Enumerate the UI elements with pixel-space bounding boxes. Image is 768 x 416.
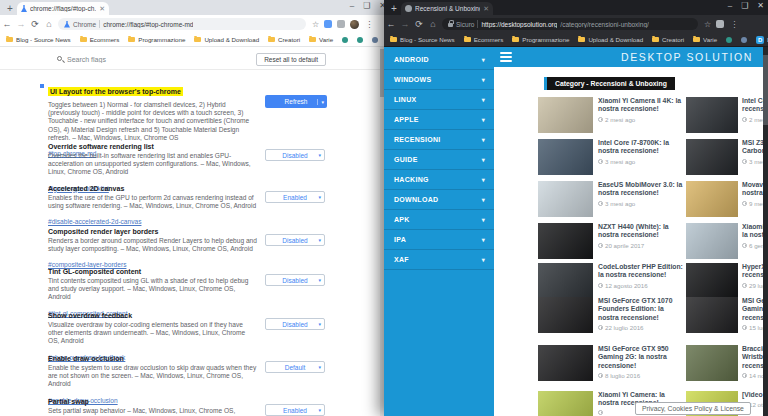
article-thumbnail[interactable] [538, 223, 593, 259]
address-bar[interactable]: Chrome chrome://flags/#top-chrome-md [58, 18, 306, 30]
tab-close-icon[interactable]: ✕ [483, 5, 489, 13]
article-list-item[interactable]: Intel Core i7-8700K: la nostra recension… [538, 139, 686, 179]
article-list-item[interactable]: EaseUS MobiMover 3.0: la nostra recensio… [538, 181, 686, 221]
sidebar-menu-item[interactable]: GUIDE ▾ [384, 150, 494, 170]
tab-close-icon[interactable]: ✕ [99, 5, 105, 13]
article-title[interactable]: EaseUS MobiMover 3.0: la nostra recensio… [598, 181, 686, 198]
address-bar[interactable]: Sicuro https://desktopsolution.org /cate… [442, 18, 698, 30]
article-thumbnail[interactable] [538, 97, 593, 133]
site-favicon[interactable] [726, 37, 732, 43]
sidebar-menu-item[interactable]: APK ▾ [384, 210, 494, 230]
menu-icon[interactable]: ⋮ [365, 20, 373, 29]
bookmark-item[interactable]: Upload & Download [194, 36, 259, 43]
bookmark-item[interactable]: Blog - Source News [390, 36, 455, 43]
sidebar-menu-item[interactable]: IPA ▾ [384, 230, 494, 250]
minimize-button[interactable]: – [728, 1, 732, 11]
bookmark-item[interactable]: Ecommers [80, 36, 120, 43]
article-title[interactable]: Intel Core i7-8700K: la nostra recension… [598, 139, 686, 156]
flag-value-select[interactable]: Enabled ▾ [265, 191, 325, 203]
bookmark-item[interactable]: Varie [693, 36, 717, 43]
sidebar-menu-item[interactable]: APPLE ▾ [384, 110, 494, 130]
flag-value-select[interactable]: Disabled ▾ [265, 274, 325, 286]
hamburger-menu-icon[interactable] [500, 52, 512, 62]
article-thumbnail[interactable] [686, 223, 738, 259]
article-title[interactable]: MSI GeForce GTX 1070 Founders Edition: l… [598, 297, 686, 322]
flag-value-select[interactable]: Disabled ▾ [265, 149, 325, 161]
article-title[interactable]: NZXT H440 (White): la nostra recensione! [598, 223, 686, 240]
home-icon[interactable]: ⌂ [426, 19, 440, 29]
profile-avatar[interactable] [350, 20, 359, 29]
article-list-item[interactable]: Bracciale Wristba recensio 14 nov [686, 345, 768, 385]
extension-icon[interactable] [716, 20, 724, 28]
article-list-item[interactable]: Xiaomi Yi Camera II 4K: la nostra recens… [538, 97, 686, 137]
reload-icon[interactable]: ⟳ [412, 19, 426, 29]
article-thumbnail[interactable] [538, 391, 593, 416]
menu-icon[interactable]: ⋮ [730, 20, 738, 29]
article-title[interactable]: Xiaomi Yi Camera II 4K: la nostra recens… [598, 97, 686, 114]
sidebar-menu-item[interactable]: LINUX ▾ [384, 90, 494, 110]
article-list-item[interactable]: Movavi nostra re 9 mesi [686, 181, 768, 221]
article-list-item[interactable]: Xiaomi M la nostra 6 genn [686, 223, 768, 263]
article-list-item[interactable]: MSI GeForce GTX 1070 Founders Edition: l… [538, 297, 686, 337]
site-favicon[interactable] [357, 37, 363, 43]
reload-icon[interactable]: ⟳ [28, 19, 42, 29]
bookmark-star-icon[interactable]: ☆ [704, 20, 711, 29]
scrollbar-thumb[interactable] [763, 55, 768, 125]
cloud-favicon[interactable] [741, 37, 747, 43]
flag-value-select[interactable]: Disabled ▾ [265, 234, 325, 246]
sidebar-menu-item[interactable]: RECENSIONI ▾ [384, 130, 494, 150]
article-list-item[interactable]: MSI GeForce GTX 950 Gaming 2G: la nostra… [538, 345, 686, 385]
close-button[interactable]: ✕ [757, 1, 764, 11]
article-thumbnail[interactable] [538, 345, 593, 381]
minimize-button[interactable]: – [350, 1, 354, 11]
article-title[interactable]: MSI GeForce GTX 950 Gaming 2G: la nostra… [598, 345, 686, 370]
bookmark-item[interactable]: Creatori [268, 36, 300, 43]
article-thumbnail[interactable] [686, 181, 738, 217]
sidebar-menu-item[interactable]: XAF ▾ [384, 250, 494, 270]
flag-value-select[interactable]: Enabled ▾ [265, 404, 325, 416]
extension-icon[interactable] [337, 20, 345, 28]
article-thumbnail[interactable] [686, 263, 738, 299]
maximize-button[interactable]: ❑ [363, 1, 370, 11]
article-title[interactable]: CodeLobster PHP Edition: la nostra recen… [598, 263, 686, 280]
article-thumbnail[interactable] [686, 139, 738, 175]
flag-permalink[interactable]: #disable-accelerated-2d-canvas [48, 218, 141, 225]
bookmark-item[interactable]: Creatori [652, 36, 684, 43]
sidebar-menu-item[interactable]: HACKING ▾ [384, 170, 494, 190]
article-thumbnail[interactable] [686, 297, 738, 333]
forward-icon[interactable]: → [14, 19, 28, 29]
article-list-item[interactable]: MSI GeF Gaming recensio 15 lugl [686, 297, 768, 337]
maximize-button[interactable]: ❑ [741, 1, 748, 11]
flag-value-select[interactable]: Disabled ▾ [265, 318, 325, 330]
bookmark-star-icon[interactable]: ☆ [312, 20, 319, 29]
back-icon[interactable]: ← [384, 19, 398, 29]
bookmark-item[interactable]: Programmazione [512, 36, 569, 43]
sidebar-menu-item[interactable]: WINDOWS ▾ [384, 70, 494, 90]
cloud-favicon[interactable] [372, 37, 378, 43]
scrollbar[interactable] [763, 47, 768, 416]
back-icon[interactable]: ← [0, 19, 14, 29]
article-list-item[interactable]: NZXT H440 (White): la nostra recensione!… [538, 223, 686, 263]
flag-value-select[interactable]: Default ▾ [265, 361, 325, 373]
forward-icon[interactable]: → [398, 19, 412, 29]
bookmark-item[interactable]: Ecommers [464, 36, 504, 43]
article-list-item[interactable]: Intel Cor recensio 2 mesi [686, 97, 768, 137]
article-thumbnail[interactable] [538, 181, 593, 217]
home-icon[interactable]: ⌂ [42, 19, 56, 29]
bookmark-item-disqus[interactable]: D Disqus [756, 36, 768, 44]
article-thumbnail[interactable] [686, 345, 738, 381]
article-list-item[interactable]: MSI Z37 Carbon: 3 mesi [686, 139, 768, 179]
bookmark-item[interactable]: Programmazione [128, 36, 185, 43]
new-tab-button[interactable]: + [3, 2, 17, 15]
extension-icon[interactable] [324, 20, 332, 28]
bookmark-item[interactable]: Upload & Download [578, 36, 643, 43]
bookmark-item[interactable]: Blog - Source News [6, 36, 71, 43]
article-thumbnail[interactable] [686, 97, 738, 133]
browser-tab-recensioni[interactable]: Recensioni & Unboxing ✕ [401, 2, 493, 15]
article-thumbnail[interactable] [538, 297, 593, 333]
new-tab-button[interactable]: + [387, 2, 401, 15]
sidebar-menu-item[interactable]: DOWNLOAD ▾ [384, 190, 494, 210]
browser-tab-flags[interactable]: chrome://flags/#top-ch… ✕ [17, 2, 109, 15]
bookmark-item[interactable]: Varie [309, 36, 333, 43]
sidebar-menu-item[interactable]: ANDROID ▾ [384, 50, 494, 70]
